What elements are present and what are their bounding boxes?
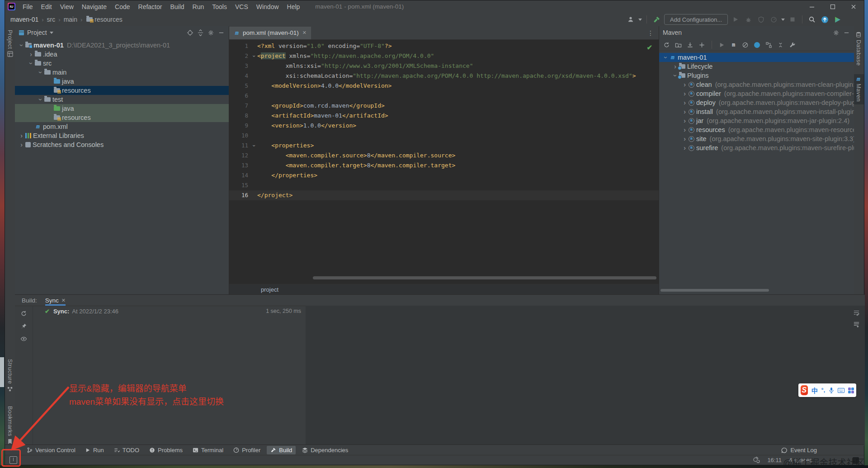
- menu-item-code[interactable]: Code: [111, 2, 133, 12]
- profiler-icon-disabled[interactable]: [769, 14, 778, 24]
- pin-icon[interactable]: [20, 322, 28, 330]
- collapse-all-icon[interactable]: [197, 29, 204, 37]
- profiler-dropdown-icon[interactable]: [781, 19, 785, 21]
- menu-item-navigate[interactable]: Navigate: [78, 2, 110, 12]
- tree-row[interactable]: ›jar(org.apache.maven.plugins:maven-jar-…: [659, 116, 854, 125]
- menu-item-window[interactable]: Window: [253, 2, 283, 12]
- toolwindow-button-dependencies[interactable]: Dependencies: [298, 446, 352, 454]
- breadcrumb-item-src[interactable]: src: [47, 16, 56, 23]
- menu-item-view[interactable]: View: [57, 2, 77, 12]
- tree-row[interactable]: ›src: [15, 59, 229, 68]
- ime-microphone-icon[interactable]: [829, 387, 834, 393]
- chevron-collapsed-icon[interactable]: ›: [682, 145, 688, 151]
- code-line[interactable]: 15: [229, 180, 659, 190]
- debug-icon-disabled[interactable]: [743, 14, 753, 24]
- chevron-expanded-icon[interactable]: ›: [28, 61, 34, 66]
- toolwindow-button-run[interactable]: Run: [82, 446, 108, 454]
- code-line[interactable]: 9 <version>1.0.0</version>: [229, 121, 659, 131]
- minimize-button[interactable]: [802, 1, 822, 13]
- inspect-icon[interactable]: [20, 335, 28, 343]
- toggle-offline-mode-icon[interactable]: [753, 41, 761, 49]
- maven-horizontal-scrollbar[interactable]: [660, 289, 769, 292]
- breadcrumb-item-resources[interactable]: resources: [85, 16, 122, 23]
- toolwindow-button-structure[interactable]: Structure: [5, 359, 15, 392]
- menu-item-edit[interactable]: Edit: [38, 2, 56, 12]
- code-line[interactable]: 6: [229, 91, 659, 101]
- code-line[interactable]: 11› <properties>: [229, 141, 659, 151]
- chevron-collapsed-icon[interactable]: ›: [682, 99, 688, 106]
- tree-row[interactable]: java: [15, 77, 229, 86]
- menu-item-vcs[interactable]: VCS: [231, 2, 252, 12]
- project-view-selector[interactable]: Project: [27, 29, 47, 36]
- editor-horizontal-scrollbar[interactable]: [313, 276, 656, 279]
- ime-keyboard-icon[interactable]: [838, 388, 844, 393]
- code-line[interactable]: 16</project>: [229, 190, 659, 200]
- ide-update-icon[interactable]: [820, 14, 830, 24]
- chevron-collapsed-icon[interactable]: ›: [682, 136, 688, 142]
- project-settings-icon[interactable]: [207, 29, 215, 37]
- chevron-collapsed-icon[interactable]: ›: [672, 63, 678, 70]
- editor-tab-pom-xml[interactable]: m pom.xml (maven-01) ✕: [229, 27, 311, 39]
- plugin-icon[interactable]: [832, 14, 842, 24]
- tree-row[interactable]: ›compiler(org.apache.maven.plugins:maven…: [659, 89, 854, 98]
- reload-maven-projects-icon[interactable]: [663, 41, 670, 49]
- ime-toolbox-icon[interactable]: [848, 388, 854, 393]
- code-editor[interactable]: 1<?xml version="1.0" encoding="UTF-8"?>2…: [229, 41, 659, 200]
- search-everywhere-icon[interactable]: [807, 14, 817, 24]
- notifications-icon[interactable]: [753, 456, 760, 464]
- toolwindow-button-problems[interactable]: Problems: [146, 446, 186, 454]
- tree-row[interactable]: ›External Libraries: [15, 131, 229, 140]
- tree-row[interactable]: ›maven-01D:\IDEA2021_3_projects\maven-01: [15, 41, 229, 50]
- menu-item-file[interactable]: File: [19, 2, 37, 12]
- toolwindow-button-profiler[interactable]: Profiler: [230, 446, 264, 454]
- breadcrumb-item-main[interactable]: main: [64, 16, 77, 23]
- menu-item-run[interactable]: Run: [189, 2, 208, 12]
- hide-panel-icon[interactable]: [217, 29, 225, 37]
- user-account-icon[interactable]: [626, 14, 636, 24]
- menu-item-build[interactable]: Build: [166, 2, 188, 12]
- code-line[interactable]: 3 xmlns:xsi="http://www.w3.org/2001/XMLS…: [229, 61, 659, 71]
- inspections-ok-icon[interactable]: ✔: [646, 43, 652, 52]
- code-line[interactable]: 14 </properties>: [229, 170, 659, 180]
- toolwindow-button-project[interactable]: Project: [5, 30, 15, 57]
- code-line[interactable]: 1<?xml version="1.0" encoding="UTF-8"?>: [229, 41, 659, 51]
- stop-icon-disabled[interactable]: [788, 14, 797, 24]
- sync-status-row[interactable]: ✔ Sync: At 2022/1/2 23:46 1 sec, 250 ms: [33, 306, 306, 317]
- tree-row[interactable]: ›resources(org.apache.maven.plugins:mave…: [659, 125, 854, 134]
- chevron-collapsed-icon[interactable]: ›: [682, 109, 688, 115]
- chevron-collapsed-icon[interactable]: ›: [28, 51, 34, 57]
- soft-wrap-icon[interactable]: [852, 308, 860, 317]
- hide-maven-panel-icon[interactable]: [843, 29, 850, 37]
- close-button[interactable]: [843, 1, 864, 13]
- tree-row[interactable]: resources: [15, 86, 229, 95]
- tree-row[interactable]: ›Scratches and Consoles: [15, 140, 229, 149]
- code-line[interactable]: 2›<project xmlns="http://maven.apache.or…: [229, 51, 659, 61]
- code-line[interactable]: 4 xsi:schemaLocation="http://maven.apach…: [229, 71, 659, 81]
- ime-chinese-mode-icon[interactable]: 中: [811, 386, 818, 395]
- chevron-expanded-icon[interactable]: ›: [663, 55, 669, 61]
- execute-maven-goal-icon[interactable]: m: [730, 41, 737, 49]
- toolwindow-switcher-icon[interactable]: [9, 456, 17, 464]
- menu-item-refactor[interactable]: Refactor: [135, 2, 166, 12]
- chevron-collapsed-icon[interactable]: ›: [682, 81, 688, 88]
- tree-row[interactable]: ›Plugins: [659, 71, 854, 80]
- tab-close-icon[interactable]: ✕: [302, 30, 307, 36]
- ime-punctuation-icon[interactable]: °,: [821, 387, 825, 393]
- toolwindow-button-todo[interactable]: TODO: [110, 446, 143, 454]
- menu-item-help[interactable]: Help: [283, 2, 304, 12]
- chevron-collapsed-icon[interactable]: ›: [682, 90, 688, 97]
- code-line[interactable]: 7 <groupId>com.rcd.maven</groupId>: [229, 101, 659, 111]
- chevron-collapsed-icon[interactable]: ›: [682, 127, 688, 133]
- toolwindow-button-terminal[interactable]: Terminal: [189, 446, 227, 454]
- tree-row[interactable]: ›surefire(org.apache.maven.plugins:maven…: [659, 143, 854, 152]
- sync-tab-close-icon[interactable]: ✕: [61, 298, 66, 303]
- coverage-icon-disabled[interactable]: [756, 14, 766, 24]
- add-maven-project-icon[interactable]: [698, 41, 706, 49]
- chevron-expanded-icon[interactable]: ›: [38, 97, 44, 103]
- maven-settings-gear-icon[interactable]: [832, 29, 840, 37]
- tree-row[interactable]: ›deploy(org.apache.maven.plugins:maven-d…: [659, 98, 854, 107]
- user-dropdown-icon[interactable]: [638, 19, 642, 21]
- toolwindow-button-maven[interactable]: m Maven: [853, 74, 864, 104]
- build-project-icon[interactable]: [651, 14, 661, 24]
- project-view-dropdown-icon[interactable]: [50, 32, 53, 34]
